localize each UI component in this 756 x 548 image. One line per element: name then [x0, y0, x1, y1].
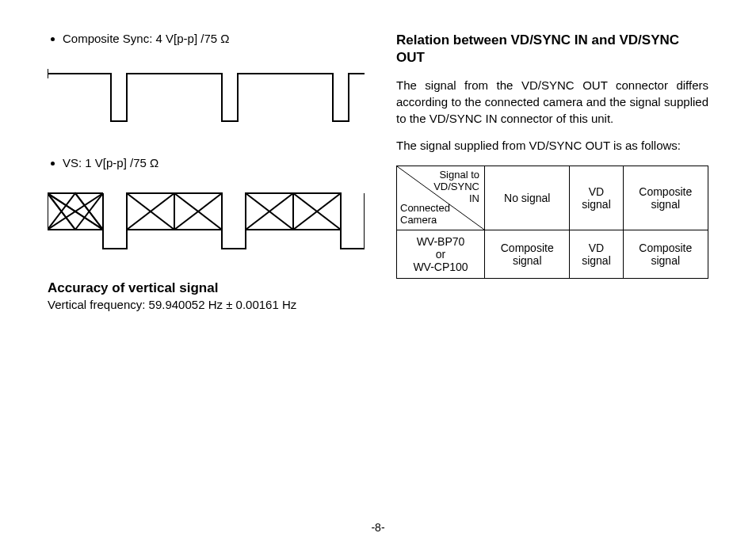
- svg-line-28: [341, 211, 365, 230]
- table-diagonal-header: Signal toVD/SYNCIN ConnectedCamera: [397, 166, 485, 230]
- waveform-composite-sync: [48, 58, 365, 137]
- svg-line-30: [341, 193, 365, 230]
- table-header-row: Signal toVD/SYNCIN ConnectedCamera No si…: [397, 166, 708, 230]
- right-column: Relation between VD/SYNC IN and VD/SYNC …: [396, 32, 708, 327]
- relation-para-1: The signal from the VD/SYNC OUT connecto…: [396, 78, 708, 127]
- bullet-text-1: Composite Sync: 4 V[p-p] /75 Ω: [63, 32, 229, 45]
- bullet-text-2: VS: 1 V[p-p] /75 Ω: [63, 156, 158, 169]
- svg-line-26: [341, 193, 365, 211]
- svg-line-27: [341, 193, 365, 230]
- bullet-composite-sync: Composite Sync: 4 V[p-p] /75 Ω: [48, 32, 365, 45]
- row-label-1: WV-BP70orWV-CP100: [397, 230, 485, 278]
- relation-heading: Relation between VD/SYNC IN and VD/SYNC …: [396, 32, 708, 67]
- col-header-1: No signal: [485, 166, 570, 230]
- diag-bottom-label: ConnectedCamera: [400, 203, 450, 226]
- bullet-dot-icon: [51, 37, 55, 41]
- col-header-2: VD signal: [570, 166, 623, 230]
- accuracy-subtext: Vertical frequency: 59.940052 Hz ± 0.001…: [48, 298, 365, 311]
- bullet-dot-icon: [51, 162, 55, 166]
- page-number: -8-: [0, 521, 756, 534]
- col-header-3: Composite signal: [623, 166, 708, 230]
- signal-table: Signal toVD/SYNCIN ConnectedCamera No si…: [396, 166, 708, 279]
- left-column: Composite Sync: 4 V[p-p] /75 Ω VS: 1 V[p…: [48, 32, 365, 327]
- waveform-vs: [48, 182, 365, 261]
- relation-para-2: The signal supplied from VD/SYNC OUT is …: [396, 138, 708, 154]
- cell-1-1: Composite signal: [485, 230, 570, 278]
- table-row: WV-BP70orWV-CP100 Composite signal VD si…: [397, 230, 708, 278]
- accuracy-heading: Accuracy of vertical signal: [48, 280, 365, 296]
- cell-1-3: Composite signal: [623, 230, 708, 278]
- cell-1-2: VD signal: [570, 230, 623, 278]
- diag-top-label: Signal toVD/SYNCIN: [433, 169, 479, 205]
- bullet-vs: VS: 1 V[p-p] /75 Ω: [48, 156, 365, 169]
